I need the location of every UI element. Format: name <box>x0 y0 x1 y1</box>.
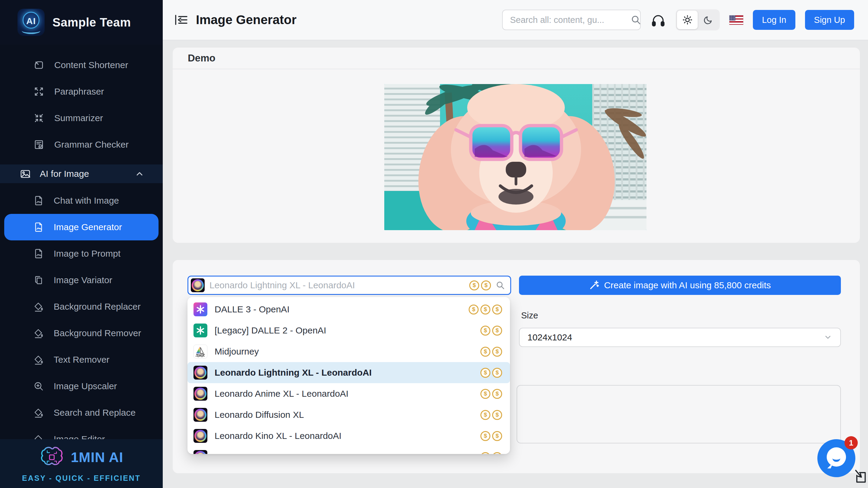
model-option-dalle2[interactable]: [Legacy] DALLE 2 - OpenAI <box>187 320 510 341</box>
language-flag-us[interactable] <box>730 15 743 25</box>
dalle3-avatar <box>193 302 207 316</box>
search-icon <box>631 15 641 25</box>
support-headphones-icon[interactable] <box>650 12 666 28</box>
leonardo-avatar <box>193 366 207 380</box>
paraphraser-icon <box>33 86 44 97</box>
sidebar-item-background-replacer[interactable]: Background Replacer <box>4 293 158 320</box>
light-mode-button[interactable] <box>677 10 698 29</box>
collapse-sidebar-icon[interactable] <box>174 14 188 26</box>
sun-icon <box>682 14 693 25</box>
model-option-dalle3[interactable]: DALLE 3 - OpenAI <box>187 299 510 320</box>
sidebar-section-label: AI for Image <box>40 169 89 179</box>
coin-icon <box>481 281 491 290</box>
model-cost-coins <box>480 431 502 441</box>
chat-launcher-button[interactable]: 1 <box>817 439 855 477</box>
paint-bucket-icon <box>33 301 44 312</box>
leonardo-avatar <box>193 429 207 443</box>
midjourney-avatar <box>193 345 207 358</box>
model-option-leonardo-kino-xl[interactable]: Leonardo Kino XL - LeonardoAI <box>187 425 510 447</box>
zoom-in-icon <box>33 381 44 392</box>
model-select-input <box>187 275 511 295</box>
coin-icon <box>469 281 479 290</box>
model-cost-coins <box>480 452 502 454</box>
model-search-input[interactable] <box>210 280 464 290</box>
page-title: Image Generator <box>196 13 297 27</box>
sidebar-item-label: Image Variator <box>54 275 113 285</box>
sidebar-section-ai-for-image[interactable]: AI for Image <box>0 164 163 183</box>
create-image-label: Create image with AI using 85,800 credit… <box>604 280 771 290</box>
sidebar-item-summarizer[interactable]: Summarizer <box>0 105 163 131</box>
sidebar-item-search-and-replace[interactable]: Search and Replace <box>4 399 158 426</box>
model-option-leonardo-diffusion-xl[interactable]: Leonardo Diffusion XL <box>187 404 510 425</box>
model-cost-coins <box>469 281 491 290</box>
brand-name: 1MIN AI <box>71 449 123 465</box>
sidebar-item-image-variator[interactable]: Image Variator <box>4 267 158 293</box>
team-name: Sample Team <box>53 16 131 29</box>
sidebar-item-label: Image Upscaler <box>54 381 117 391</box>
model-option-leonardo-lightning-xl[interactable]: Leonardo Lightning XL - LeonardoAI <box>187 362 510 383</box>
sidebar-item-label: Image to Prompt <box>54 249 121 259</box>
chat-unread-badge: 1 <box>844 436 858 450</box>
model-option-label: DALLE 3 - OpenAI <box>215 304 289 315</box>
create-image-button[interactable]: Create image with AI using 85,800 credit… <box>519 275 841 295</box>
global-search <box>502 10 641 30</box>
sidebar-item-background-remover[interactable]: Background Remover <box>4 320 158 347</box>
dalle2-avatar <box>193 324 207 337</box>
search-button[interactable] <box>631 15 641 25</box>
size-select[interactable]: 1024x1024 <box>519 328 841 347</box>
sidebar-item-text-remover[interactable]: Text Remover <box>4 347 158 373</box>
demo-image <box>384 84 647 230</box>
sidebar-item-image-to-prompt[interactable]: Image to Prompt <box>4 240 158 267</box>
leonardo-avatar <box>193 408 207 422</box>
size-value: 1024x1024 <box>527 332 572 343</box>
hand-arc-icon <box>22 27 40 34</box>
sidebar-item-image-generator[interactable]: Image Generator <box>4 214 158 240</box>
sidebar-item-paraphraser[interactable]: Paraphraser <box>0 78 163 105</box>
search-input[interactable] <box>503 10 631 30</box>
theme-toggle <box>676 9 720 30</box>
model-option-label: Midjourney <box>215 347 259 357</box>
model-option-leonardo-anime-xl[interactable]: Leonardo Anime XL - LeonardoAI <box>187 383 510 404</box>
team-header[interactable]: AI Sample Team <box>0 0 163 44</box>
login-button[interactable]: Log In <box>753 10 795 30</box>
sidebar-item-image-upscaler[interactable]: Image Upscaler <box>4 373 158 399</box>
sidebar-item-label: Chat with Image <box>54 195 119 206</box>
file-image-icon <box>33 248 44 259</box>
image-icon <box>19 168 31 180</box>
sidebar-item-label: Background Replacer <box>54 301 141 312</box>
sidebar-item-content-shortener[interactable]: Content Shortener <box>0 52 163 78</box>
model-cost-coins <box>480 347 502 357</box>
sidebar-item-label: Grammar Checker <box>54 139 129 150</box>
prompt-output-box[interactable] <box>517 385 841 444</box>
model-option-label: Leonardo Anime XL - LeonardoAI <box>215 389 348 399</box>
model-cost-coins <box>480 410 502 420</box>
model-option-label: [Legacy] DALLE 2 - OpenAI <box>215 325 326 335</box>
paint-bucket-icon <box>33 328 44 338</box>
signup-button[interactable]: Sign Up <box>805 10 854 30</box>
sidebar-item-label: Paraphraser <box>54 87 104 97</box>
summarizer-icon <box>33 112 44 124</box>
leonardo-avatar <box>193 450 207 454</box>
sidebar-item-label: Image Generator <box>54 222 122 232</box>
chevron-up-icon <box>135 169 144 178</box>
model-cost-coins <box>480 326 502 335</box>
file-image-icon <box>33 195 44 206</box>
model-option-label: Leonardo Kino XL - LeonardoAI <box>215 431 341 441</box>
search-icon <box>496 281 505 290</box>
team-logo: AI <box>18 9 44 36</box>
model-option-clipped[interactable] <box>187 447 510 454</box>
dark-mode-button[interactable] <box>698 10 718 29</box>
sidebar-item-label: Text Remover <box>54 355 110 365</box>
sidebar-footer: 1MIN AI EASY - QUICK - EFFICIENT <box>0 439 163 488</box>
sidebar-item-grammar-checker[interactable]: Grammar Checker <box>0 131 163 158</box>
moon-icon <box>703 15 713 25</box>
sidebar-item-label: Content Shortener <box>54 60 128 70</box>
paint-bucket-icon <box>33 354 44 365</box>
popout-expand-icon[interactable] <box>853 467 867 484</box>
model-option-midjourney[interactable]: Midjourney <box>187 341 510 362</box>
sidebar-item-chat-with-image[interactable]: Chat with Image <box>4 187 158 214</box>
sidebar-item-label: Search and Replace <box>54 408 135 418</box>
content-shortener-icon <box>33 59 44 71</box>
grammar-checker-icon <box>33 139 44 150</box>
model-cost-coins <box>469 304 502 315</box>
